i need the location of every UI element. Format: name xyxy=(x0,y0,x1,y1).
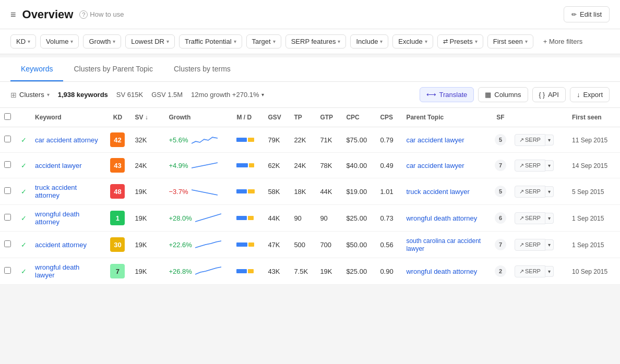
serp-chevron[interactable]: ▾ xyxy=(545,160,554,171)
serp-chevron[interactable]: ▾ xyxy=(545,213,554,224)
header: ≡ Overview ? How to use ✏ Edit list xyxy=(0,0,620,29)
kd-badge: 30 xyxy=(110,237,125,252)
trend-up-icon: ↗ xyxy=(519,162,524,169)
th-tp[interactable]: TP xyxy=(290,108,316,127)
tab-clusters-parent[interactable]: Clusters by Parent Topic xyxy=(63,57,163,81)
menu-icon[interactable]: ≡ xyxy=(10,10,16,19)
serp-action-btn[interactable]: ↗ SERP xyxy=(515,239,545,251)
serp-chevron[interactable]: ▾ xyxy=(545,239,554,250)
question-icon: ? xyxy=(79,10,88,19)
kd-badge: 48 xyxy=(110,184,125,199)
kd-badge: 43 xyxy=(110,158,125,173)
table-container: Keyword KD SV ↓ Growth M / D GSV TP GTP … xyxy=(0,108,620,285)
row-checkbox[interactable] xyxy=(4,136,11,142)
filter-kd[interactable]: KD ▾ xyxy=(10,34,36,48)
filter-serp-features[interactable]: SERP features ▾ xyxy=(285,34,347,48)
filter-volume[interactable]: Volume ▾ xyxy=(40,34,79,48)
filter-exclude[interactable]: Exclude ▾ xyxy=(392,34,433,48)
growth-display[interactable]: 12mo growth +270.1% ▾ xyxy=(191,91,264,99)
th-keyword[interactable]: Keyword xyxy=(31,108,104,127)
table-row: ✓ car accident attorney 42 32K +5.6% xyxy=(0,127,620,153)
trend-up-icon: ↗ xyxy=(519,137,524,143)
serp-action-btn[interactable]: ↗ SERP xyxy=(515,186,545,198)
growth-value: −3.7% xyxy=(169,188,188,196)
edit-list-button[interactable]: ✏ Edit list xyxy=(564,6,610,22)
parent-topic-link[interactable]: car accident lawyer xyxy=(406,136,464,144)
kd-badge: 42 xyxy=(110,132,125,147)
how-to-use-help[interactable]: ? How to use xyxy=(79,10,124,19)
growth-value: +26.8% xyxy=(169,268,192,275)
th-cpc[interactable]: CPC xyxy=(342,108,376,127)
sf-badge: 2 xyxy=(495,265,506,277)
filter-growth[interactable]: Growth ▾ xyxy=(83,34,121,48)
th-gtp[interactable]: GTP xyxy=(316,108,342,127)
trend-up-icon: ↗ xyxy=(519,215,524,222)
keyword-link[interactable]: accident attorney xyxy=(35,241,87,249)
serp-chevron[interactable]: ▾ xyxy=(545,135,554,145)
chevron-down-icon: ▾ xyxy=(525,39,528,44)
filter-presets[interactable]: ⇄ Presets ▾ xyxy=(437,34,483,48)
first-seen-date: 11 Sep 2015 xyxy=(572,137,607,144)
filter-lowest-dr[interactable]: Lowest DR ▾ xyxy=(125,34,175,48)
serp-action-btn[interactable]: ↗ SERP xyxy=(515,265,545,277)
more-filters-button[interactable]: + More filters xyxy=(538,34,589,48)
serp-chevron[interactable]: ▾ xyxy=(545,266,554,277)
api-icon: { } xyxy=(539,91,545,99)
row-checkbox[interactable] xyxy=(4,214,11,221)
row-checkbox[interactable] xyxy=(4,240,11,247)
pencil-icon: ✏ xyxy=(571,11,577,18)
row-checkbox[interactable] xyxy=(4,187,11,194)
serp-chevron[interactable]: ▾ xyxy=(545,186,554,197)
parent-topic-link[interactable]: car accident lawyer xyxy=(406,162,464,169)
first-seen-date: 5 Sep 2015 xyxy=(572,188,604,196)
parent-topic-link[interactable]: wrongful death attorney xyxy=(406,214,477,222)
filter-first-seen[interactable]: First seen ▾ xyxy=(487,34,533,48)
trend-up-icon: ↗ xyxy=(519,268,524,275)
th-growth[interactable]: Growth xyxy=(164,108,232,127)
kd-badge: 1 xyxy=(110,211,125,225)
th-first-seen[interactable]: First seen xyxy=(568,108,620,127)
chevron-down-icon: ▾ xyxy=(261,92,264,98)
th-cps[interactable]: CPS xyxy=(376,108,402,127)
row-checkbox[interactable] xyxy=(4,267,11,274)
columns-icon: ▦ xyxy=(485,91,491,99)
translate-button[interactable]: ⟷ Translate xyxy=(420,87,474,102)
export-button[interactable]: ↓ Export xyxy=(570,87,610,102)
trend-up-icon: ↗ xyxy=(519,241,524,248)
select-all-checkbox[interactable] xyxy=(4,113,11,120)
growth-value: +4.9% xyxy=(169,162,188,169)
columns-button[interactable]: ▦ Columns xyxy=(478,87,528,102)
filter-traffic-potential[interactable]: Traffic Potential ▾ xyxy=(179,34,242,48)
trend-up-icon: ↗ xyxy=(519,188,524,195)
filter-target[interactable]: Target ▾ xyxy=(246,34,281,48)
serp-action-btn[interactable]: ↗ SERP xyxy=(515,134,545,146)
th-sv[interactable]: SV ↓ xyxy=(130,108,164,127)
serp-action-btn[interactable]: ↗ SERP xyxy=(515,212,545,224)
chevron-down-icon: ▾ xyxy=(338,39,340,44)
parent-topic-link[interactable]: wrongful death attorney xyxy=(406,268,477,275)
sf-badge: 5 xyxy=(495,186,506,197)
first-seen-date: 1 Sep 2015 xyxy=(572,241,604,249)
filter-include[interactable]: Include ▾ xyxy=(350,34,388,48)
th-kd[interactable]: KD xyxy=(104,108,130,127)
keyword-link[interactable]: accident lawyer xyxy=(35,162,82,169)
tab-clusters-terms[interactable]: Clusters by terms xyxy=(163,57,241,81)
check-icon: ✓ xyxy=(21,162,27,169)
serp-action-btn[interactable]: ↗ SERP xyxy=(515,160,545,172)
parent-topic-link[interactable]: truck accident lawyer xyxy=(406,188,469,196)
check-icon: ✓ xyxy=(21,241,27,249)
clusters-dropdown[interactable]: ⊞ Clusters ▾ xyxy=(10,91,50,99)
th-md[interactable]: M / D xyxy=(232,108,264,127)
th-gsv[interactable]: GSV xyxy=(264,108,290,127)
keyword-link[interactable]: wrongful death attorney xyxy=(35,210,79,226)
parent-topic-link[interactable]: south carolina car accident lawyer xyxy=(406,237,481,252)
api-button[interactable]: { } API xyxy=(532,87,566,102)
keyword-link[interactable]: truck accident attorney xyxy=(35,184,77,199)
keyword-link[interactable]: wrongful death lawyer xyxy=(35,263,79,279)
th-parent-topic[interactable]: Parent Topic xyxy=(402,108,491,127)
sf-badge: 6 xyxy=(495,212,506,224)
tab-keywords[interactable]: Keywords xyxy=(10,57,63,81)
th-sf[interactable]: SF xyxy=(491,108,510,127)
row-checkbox[interactable] xyxy=(4,161,11,168)
keyword-link[interactable]: car accident attorney xyxy=(35,136,98,144)
